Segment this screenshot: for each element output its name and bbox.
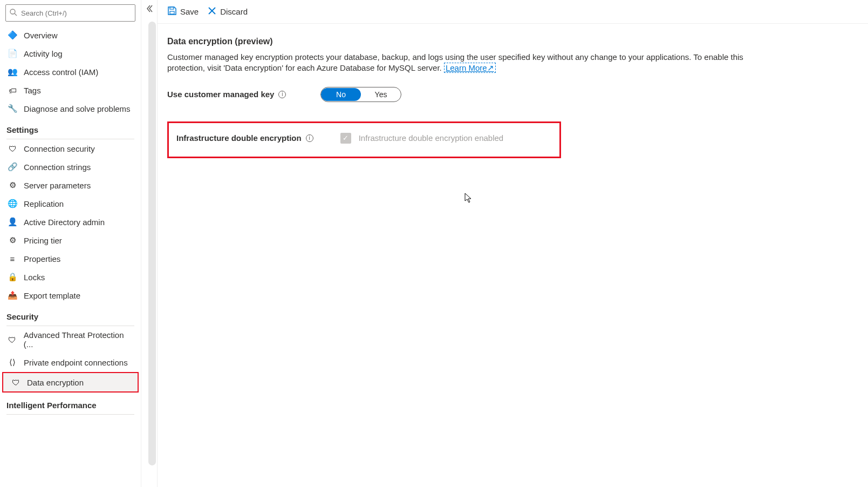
sidebar-item-label: Active Directory admin xyxy=(24,218,105,227)
sidebar-item-label: Tags xyxy=(24,86,41,95)
sidebar-item-label: Overview xyxy=(24,31,58,40)
sidebar-item-label: Data encryption xyxy=(27,378,84,387)
sidebar: 🔷Overview📄Activity log👥Access control (I… xyxy=(0,0,141,487)
collapse-sidebar-icon[interactable] xyxy=(145,4,153,15)
sidebar-item-label: Properties xyxy=(24,254,60,263)
toggle-yes[interactable]: Yes xyxy=(361,88,401,101)
sidebar-item-access-control[interactable]: 👥Access control (IAM) xyxy=(0,63,141,81)
sidebar-item-data-encryption[interactable]: 🛡Data encryption xyxy=(2,372,139,393)
server-parameters-icon: ⚙ xyxy=(8,180,17,190)
ide-checkbox-group: ✓ Infrastructure double encryption enabl… xyxy=(340,133,504,144)
svg-line-1 xyxy=(15,13,17,16)
sidebar-item-label: Server parameters xyxy=(24,181,91,190)
sidebar-item-label: Connection strings xyxy=(24,163,91,172)
pricing-tier-icon: ⚙ xyxy=(8,235,17,245)
sidebar-item-locks[interactable]: 🔒Locks xyxy=(0,268,141,286)
sidebar-item-atp[interactable]: 🛡Advanced Threat Protection (... xyxy=(0,326,141,353)
cmk-row: Use customer managed key i No Yes xyxy=(167,87,778,102)
sidebar-item-label: Diagnose and solve problems xyxy=(24,104,131,113)
sidebar-item-label: Pricing tier xyxy=(24,236,62,245)
toolbar: Save Discard xyxy=(158,0,868,24)
sidebar-item-pricing-tier[interactable]: ⚙Pricing tier xyxy=(0,231,141,249)
private-endpoint-icon: ⟨⟩ xyxy=(8,357,17,367)
divider xyxy=(6,414,134,415)
tags-icon: 🏷 xyxy=(8,85,17,95)
sidebar-item-label: Access control (IAM) xyxy=(24,67,98,77)
sidebar-item-label: Activity log xyxy=(24,49,63,58)
sidebar-item-connection-strings[interactable]: 🔗Connection strings xyxy=(0,158,141,176)
save-label: Save xyxy=(180,7,199,16)
sidebar-item-label: Advanced Threat Protection (... xyxy=(24,330,134,349)
activity-log-icon: 📄 xyxy=(8,49,17,58)
sidebar-item-properties[interactable]: ≡Properties xyxy=(0,249,141,268)
page-description: Customer managed key encryption protects… xyxy=(167,52,778,74)
section-intelligent-performance: Intelligent Performance xyxy=(0,393,141,413)
sidebar-item-private-endpoint[interactable]: ⟨⟩Private endpoint connections xyxy=(0,353,141,371)
data-encryption-icon: 🛡 xyxy=(11,377,20,387)
connection-strings-icon: 🔗 xyxy=(8,162,17,172)
sidebar-scrollbar[interactable] xyxy=(148,22,156,465)
discard-icon xyxy=(207,6,217,17)
info-icon[interactable]: i xyxy=(306,134,313,142)
learn-more-link[interactable]: Learn More↗ xyxy=(444,63,496,73)
sidebar-item-ad-admin[interactable]: 👤Active Directory admin xyxy=(0,213,141,231)
sidebar-item-overview[interactable]: 🔷Overview xyxy=(0,26,141,44)
sidebar-item-export-template[interactable]: 📤Export template xyxy=(0,286,141,305)
ide-label: Infrastructure double encryption i xyxy=(176,133,313,143)
access-control-icon: 👥 xyxy=(8,67,17,77)
overview-icon: 🔷 xyxy=(8,30,17,40)
toggle-no[interactable]: No xyxy=(321,88,361,101)
sidebar-item-diagnose[interactable]: 🔧Diagnose and solve problems xyxy=(0,99,141,118)
save-button[interactable]: Save xyxy=(167,6,199,17)
ide-checkbox: ✓ xyxy=(340,133,351,144)
ad-admin-icon: 👤 xyxy=(8,217,17,227)
sidebar-item-tags[interactable]: 🏷Tags xyxy=(0,81,141,99)
cmk-toggle[interactable]: No Yes xyxy=(320,87,401,102)
main: Save Discard Data encryption (preview) C… xyxy=(158,0,868,487)
page-title: Data encryption (preview) xyxy=(167,37,778,46)
sidebar-item-label: Connection security xyxy=(24,144,95,153)
sidebar-item-replication[interactable]: 🌐Replication xyxy=(0,194,141,213)
sidebar-item-server-parameters[interactable]: ⚙Server parameters xyxy=(0,176,141,194)
search-icon xyxy=(9,8,18,18)
locks-icon: 🔒 xyxy=(8,272,17,282)
search-wrap xyxy=(0,0,141,26)
discard-button[interactable]: Discard xyxy=(207,6,248,17)
section-settings: Settings xyxy=(0,118,141,138)
content: Data encryption (preview) Customer manag… xyxy=(158,24,778,158)
atp-icon: 🛡 xyxy=(8,335,17,344)
external-link-icon: ↗ xyxy=(487,63,494,72)
ide-checkbox-label: Infrastructure double encryption enabled xyxy=(359,133,504,143)
sidebar-item-label: Export template xyxy=(24,291,80,300)
infra-double-encryption-row: Infrastructure double encryption i ✓ Inf… xyxy=(167,121,561,158)
sidebar-item-connection-security[interactable]: 🛡Connection security xyxy=(0,139,141,158)
search-input[interactable] xyxy=(5,4,135,22)
sidebar-scroll: 🔷Overview📄Activity log👥Access control (I… xyxy=(0,26,141,487)
diagnose-icon: 🔧 xyxy=(8,104,17,113)
replication-icon: 🌐 xyxy=(8,199,17,208)
svg-point-0 xyxy=(10,9,15,14)
search-box xyxy=(5,4,135,22)
sidebar-item-label: Private endpoint connections xyxy=(24,358,128,367)
connection-security-icon: 🛡 xyxy=(8,144,17,153)
sidebar-item-activity-log[interactable]: 📄Activity log xyxy=(0,44,141,63)
sidebar-item-label: Locks xyxy=(24,273,45,282)
discard-label: Discard xyxy=(220,7,248,16)
sidebar-item-label: Replication xyxy=(24,199,64,208)
properties-icon: ≡ xyxy=(8,254,17,263)
collapse-column xyxy=(141,0,158,487)
section-security: Security xyxy=(0,305,141,324)
save-icon xyxy=(167,6,177,17)
cmk-label: Use customer managed key i xyxy=(167,90,307,99)
info-icon[interactable]: i xyxy=(278,91,286,98)
export-template-icon: 📤 xyxy=(8,290,17,300)
svg-rect-2 xyxy=(170,11,174,14)
